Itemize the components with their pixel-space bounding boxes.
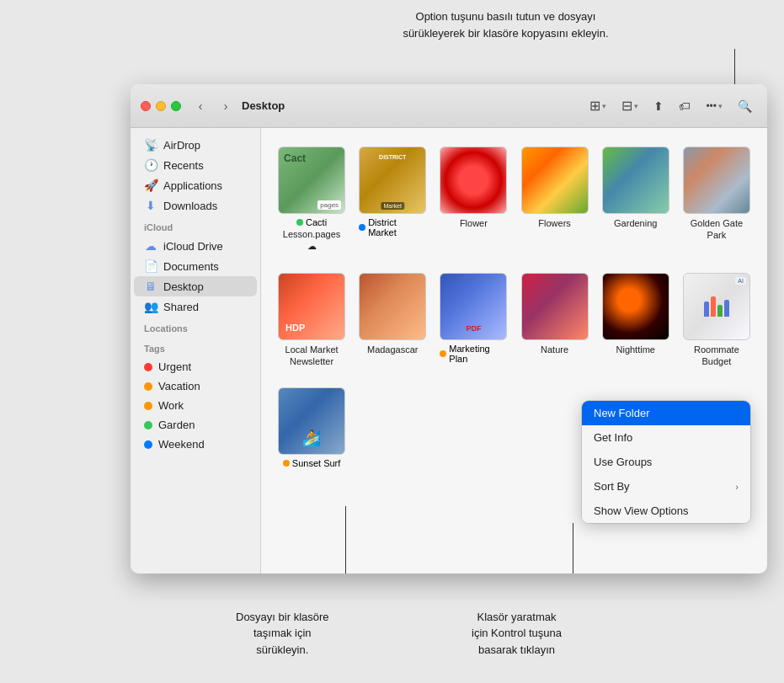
documents-icon: 📄 — [144, 259, 157, 273]
callout-line-bottom-right — [573, 523, 573, 574]
sidebar-item-airdrop[interactable]: 📡 AirDrop — [134, 135, 257, 155]
tag-button[interactable]: 🏷 — [674, 96, 696, 116]
recents-icon: 🕐 — [144, 158, 157, 172]
group-button[interactable]: ⊟ ▾ — [616, 94, 643, 117]
sidebar-item-shared[interactable]: 👥 Shared — [134, 296, 257, 317]
file-thumb-marketing — [440, 273, 507, 340]
file-item-flower[interactable]: Flower — [436, 141, 510, 258]
icloud-icon: ☁ — [144, 239, 157, 253]
more-button[interactable]: ••• ▾ — [701, 97, 728, 115]
sidebar-item-applications[interactable]: 🚀 Applications — [134, 175, 257, 195]
search-button[interactable]: 🔍 — [733, 96, 757, 116]
sidebar-item-documents[interactable]: 📄 Documents — [134, 256, 257, 276]
file-name-madagascar: Madagascar — [367, 344, 419, 355]
sidebar: 📡 AirDrop 🕐 Recents 🚀 Applications ⬇ Dow… — [131, 128, 261, 574]
file-name-cacti: Cacti — [296, 217, 327, 227]
menu-item-get-info[interactable]: Get Info — [582, 425, 750, 450]
sidebar-item-tag-work[interactable]: Work — [134, 396, 257, 415]
file-thumb-madagascar — [359, 273, 426, 340]
tag-dot-weekend — [144, 440, 152, 449]
file-item-golden[interactable]: Golden Gate Park — [680, 141, 754, 258]
more-icon: ••• — [706, 100, 717, 112]
sidebar-item-icloud-drive[interactable]: ☁ iCloud Drive — [134, 236, 257, 256]
file-thumb-golden — [683, 147, 750, 214]
file-item-madagascar[interactable]: Madagascar — [355, 268, 429, 373]
file-item-district[interactable]: Market District Market — [355, 141, 429, 258]
title-bar: ‹ › Desktop ⊞ ▾ ⊟ ▾ ⬆ 🏷 ••• ▾ 🔍 — [131, 84, 767, 128]
file-item-sunset[interactable]: 🏄 Sunset Surf — [275, 382, 349, 473]
file-name-gardening: Gardening — [614, 217, 657, 229]
back-button[interactable]: ‹ — [191, 97, 210, 115]
file-thumb-roommate: AI — [683, 273, 750, 340]
sidebar-item-tag-garden[interactable]: Garden — [134, 415, 257, 435]
context-menu: New Folder Get Info Use Groups Sort By ›… — [582, 401, 750, 523]
close-button[interactable] — [141, 101, 151, 111]
finder-window: ‹ › Desktop ⊞ ▾ ⊟ ▾ ⬆ 🏷 ••• ▾ 🔍 — [131, 84, 767, 574]
sidebar-item-tag-vacation[interactable]: Vacation — [134, 376, 257, 396]
file-item-nighttime[interactable]: Nighttime — [599, 268, 673, 373]
file-name-nighttime: Nighttime — [616, 344, 655, 355]
callout-line-bottom-left — [345, 506, 346, 574]
icloud-section-label: iCloud — [131, 216, 260, 236]
view-grid-icon: ⊞ — [589, 98, 600, 114]
sidebar-item-desktop[interactable]: 🖥 Desktop — [134, 276, 257, 296]
shared-icon: 👥 — [144, 300, 157, 313]
tag-dot-vacation — [144, 382, 152, 391]
annotation-bottom-right: Klasör yaratmak için Kontrol tuşuna basa… — [472, 609, 562, 659]
menu-item-new-folder[interactable]: New Folder — [582, 401, 750, 425]
file-name-roommate: Roommate Budget — [694, 344, 739, 368]
minimize-button[interactable] — [156, 101, 166, 111]
file-item-roommate[interactable]: AI Roommate Budget — [680, 268, 754, 373]
downloads-icon: ⬇ — [144, 199, 157, 212]
sidebar-item-downloads[interactable]: ⬇ Downloads — [134, 195, 257, 216]
file-item-nature[interactable]: Nature — [517, 268, 591, 373]
locations-section-label: Locations — [131, 317, 260, 337]
file-name-flower: Flower — [460, 217, 488, 229]
chevron-right-icon: › — [735, 482, 739, 492]
tags-section-label: Tags — [131, 337, 260, 357]
main-area: 📡 AirDrop 🕐 Recents 🚀 Applications ⬇ Dow… — [131, 128, 767, 574]
chart-bars — [701, 295, 733, 320]
search-icon: 🔍 — [738, 99, 752, 113]
menu-item-show-view-options[interactable]: Show View Options — [582, 499, 750, 523]
maximize-button[interactable] — [171, 101, 181, 111]
file-thumb-sunset: 🏄 — [278, 387, 345, 455]
file-thumb-nature — [521, 273, 589, 340]
file-thumb-nighttime — [602, 273, 669, 340]
file-item-marketing[interactable]: Marketing Plan — [436, 268, 510, 373]
file-name-flowers: Flowers — [538, 217, 571, 229]
file-thumb-local — [278, 273, 345, 340]
content-area: pages Cacti Lesson.pages ☁ Market — [261, 128, 767, 574]
file-name-marketing: Marketing Plan — [440, 344, 507, 364]
file-item-gardening[interactable]: Gardening — [599, 141, 673, 258]
sidebar-item-tag-urgent[interactable]: Urgent — [134, 357, 257, 376]
view-mode-button[interactable]: ⊞ ▾ — [584, 94, 611, 117]
tag-dot-garden — [144, 421, 152, 430]
file-name-sunset: Sunset Surf — [283, 458, 340, 468]
sidebar-item-tag-weekend[interactable]: Weekend — [134, 435, 257, 454]
file-thumb-flowers — [521, 147, 589, 214]
applications-icon: 🚀 — [144, 179, 157, 192]
tag-icon: 🏷 — [679, 99, 691, 113]
file-name-local: Local Market Newsletter — [285, 344, 339, 368]
share-button[interactable]: ⬆ — [648, 96, 669, 116]
file-item-cacti[interactable]: pages Cacti Lesson.pages ☁ — [275, 141, 349, 258]
toolbar-right: ⊞ ▾ ⊟ ▾ ⬆ 🏷 ••• ▾ 🔍 — [584, 94, 757, 117]
annotation-bottom-left: Dosyayı bir klasöre taşımak için sürükle… — [236, 609, 329, 659]
path-label: Desktop — [242, 99, 285, 112]
group-icon: ⊟ — [621, 98, 632, 114]
annotation-top: Option tuşunu basılı tutun ve dosyayı sü… — [261, 8, 750, 41]
menu-item-sort-by[interactable]: Sort By › — [582, 474, 750, 499]
file-name-golden: Golden Gate Park — [683, 217, 750, 242]
forward-button[interactable]: › — [216, 97, 235, 115]
menu-item-use-groups[interactable]: Use Groups — [582, 450, 750, 474]
file-thumb-flower — [440, 147, 507, 214]
status-dot-district — [359, 224, 365, 231]
file-name-nature: Nature — [541, 344, 568, 355]
file-item-local[interactable]: Local Market Newsletter — [275, 268, 349, 373]
file-item-flowers[interactable]: Flowers — [517, 141, 591, 258]
sidebar-item-recents[interactable]: 🕐 Recents — [134, 155, 257, 175]
status-dot-cacti — [296, 219, 303, 226]
tag-dot-work — [144, 402, 152, 410]
file-name-district: District Market — [359, 217, 426, 237]
